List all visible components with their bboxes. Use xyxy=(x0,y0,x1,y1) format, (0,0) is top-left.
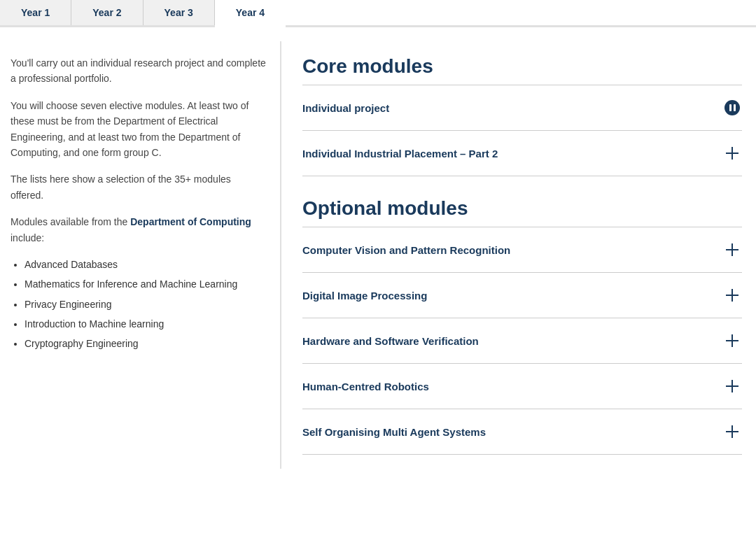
intro-text-1: You'll carry out an individual research … xyxy=(10,55,266,87)
optional-module-computer-vision[interactable]: Computer Vision and Pattern Recognition xyxy=(302,227,742,272)
plus-icon-container xyxy=(722,422,742,441)
dept-suffix: include: xyxy=(10,232,44,243)
left-panel: You'll carry out an individual research … xyxy=(0,41,280,469)
optional-module-human-centred[interactable]: Human-Centred Robotics xyxy=(302,363,742,409)
list-item: Introduction to Machine learning xyxy=(24,316,266,332)
plus-icon xyxy=(725,334,739,348)
module-list: Advanced Databases Mathematics for Infer… xyxy=(10,257,266,352)
pause-icon xyxy=(724,100,740,115)
right-panel: Core modules Individual project Individu… xyxy=(280,41,756,469)
pause-bar-right xyxy=(734,104,736,111)
optional-module-name: Self Organising Multi Agent Systems xyxy=(302,426,486,438)
plus-icon-container xyxy=(722,376,742,396)
dept-intro-text: Modules available from the xyxy=(10,216,130,227)
list-item: Advanced Databases xyxy=(24,257,266,272)
intro-text-3: The lists here show a selection of the 3… xyxy=(10,171,266,203)
optional-module-name: Digital Image Processing xyxy=(302,290,427,302)
tab-year1[interactable]: Year 1 xyxy=(0,0,71,25)
core-module-industrial-placement[interactable]: Individual Industrial Placement – Part 2 xyxy=(302,130,742,176)
plus-icon xyxy=(725,288,739,302)
plus-icon xyxy=(725,243,739,257)
plus-icon xyxy=(725,425,739,439)
tab-year3[interactable]: Year 3 xyxy=(144,0,215,25)
tab-year2[interactable]: Year 2 xyxy=(71,0,143,25)
plus-icon xyxy=(725,146,739,160)
optional-module-hardware-software[interactable]: Hardware and Software Verification xyxy=(302,318,742,363)
dept-intro: Modules available from the Department of… xyxy=(10,214,266,246)
list-item: Mathematics for Inference and Machine Le… xyxy=(24,276,266,292)
pause-bar-left xyxy=(729,104,732,111)
year-tabs: Year 1 Year 2 Year 3 Year 4 xyxy=(0,0,756,27)
plus-icon-container xyxy=(722,240,742,260)
tab-year4[interactable]: Year 4 xyxy=(215,0,286,27)
core-section: Core modules Individual project Individu… xyxy=(302,55,742,176)
pause-icon-container xyxy=(722,98,742,118)
core-module-name: Individual Industrial Placement – Part 2 xyxy=(302,148,498,160)
plus-icon-container xyxy=(722,143,742,163)
list-item: Privacy Engineering xyxy=(24,297,266,312)
optional-module-name: Computer Vision and Pattern Recognition xyxy=(302,244,510,256)
plus-icon-container xyxy=(722,285,742,305)
optional-module-self-organising[interactable]: Self Organising Multi Agent Systems xyxy=(302,409,742,455)
intro-text-2: You will choose seven elective modules. … xyxy=(10,98,266,161)
dept-name: Department of Computing xyxy=(130,216,251,227)
optional-section: Optional modules Computer Vision and Pat… xyxy=(302,197,742,455)
optional-module-name: Human-Centred Robotics xyxy=(302,381,429,392)
plus-icon-container xyxy=(722,331,742,351)
core-module-name: Individual project xyxy=(302,102,389,114)
list-item: Cryptography Engineering xyxy=(24,336,266,351)
plus-icon xyxy=(725,379,739,393)
optional-module-digital-image[interactable]: Digital Image Processing xyxy=(302,272,742,318)
core-module-individual-project[interactable]: Individual project xyxy=(302,85,742,130)
optional-title: Optional modules xyxy=(302,197,742,220)
core-title: Core modules xyxy=(302,55,742,78)
optional-module-name: Hardware and Software Verification xyxy=(302,335,479,347)
main-content: You'll carry out an individual research … xyxy=(0,27,756,469)
